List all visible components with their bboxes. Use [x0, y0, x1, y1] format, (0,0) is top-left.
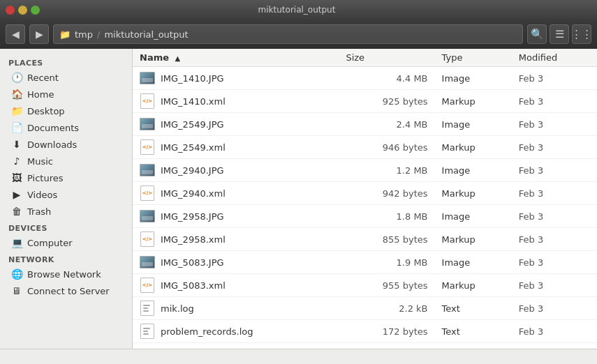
sidebar-item-desktop[interactable]: 📁 Desktop: [3, 103, 129, 119]
sidebar-label-trash: Trash: [27, 206, 51, 217]
table-row[interactable]: IMG_2549.xml 946 bytes Markup Feb 3: [133, 136, 597, 159]
table-row[interactable]: IMG_1410.JPG 4.4 MB Image Feb 3: [133, 67, 597, 90]
sidebar-item-recent[interactable]: 🕐 Recent: [3, 69, 129, 86]
sidebar-item-documents[interactable]: 📄 Documents: [3, 119, 129, 136]
col-type[interactable]: Type: [435, 49, 512, 67]
file-name: IMG_2549.xml: [161, 142, 226, 153]
breadcrumb-folder[interactable]: miktutorial_output: [104, 29, 188, 40]
file-name: IMG_5083.xml: [161, 280, 226, 291]
sidebar-label-documents: Documents: [27, 123, 79, 133]
cell-size: 2.2 kB: [339, 297, 434, 320]
cell-type: Markup: [435, 228, 512, 251]
music-icon: ♪: [11, 156, 22, 167]
cell-modified: Feb 3: [512, 113, 597, 136]
cell-name: IMG_5083.xml: [133, 274, 339, 297]
network-header: Network: [0, 251, 132, 266]
sidebar-item-downloads[interactable]: ⬇ Downloads: [3, 136, 129, 153]
cell-type: Markup: [435, 90, 512, 113]
file-name: IMG_2958.JPG: [161, 211, 224, 222]
cell-name: IMG_2940.xml: [133, 182, 339, 205]
back-button[interactable]: ◀: [6, 24, 25, 44]
pictures-icon: 🖼: [11, 172, 22, 183]
downloads-icon: ⬇: [11, 139, 22, 150]
cell-name: IMG_2958.xml: [133, 228, 339, 251]
cell-type: Markup: [435, 182, 512, 205]
search-icon: 🔍: [531, 28, 544, 40]
cell-size: 942 bytes: [339, 182, 434, 205]
sidebar-item-pictures[interactable]: 🖼 Pictures: [3, 169, 129, 186]
cell-modified: Feb 3: [512, 228, 597, 251]
sidebar-label-browse-network: Browse Network: [27, 269, 101, 280]
search-button[interactable]: 🔍: [527, 24, 547, 44]
sidebar-item-videos[interactable]: ▶ Videos: [3, 186, 129, 203]
cell-name: IMG_2549.JPG: [133, 113, 339, 136]
col-modified[interactable]: Modified: [512, 49, 597, 67]
cell-type: Markup: [435, 136, 512, 159]
documents-icon: 📄: [11, 122, 22, 133]
computer-icon: 💻: [11, 237, 22, 248]
browse-network-icon: 🌐: [11, 268, 22, 280]
cell-modified: Feb 3: [512, 136, 597, 159]
videos-icon: ▶: [11, 189, 22, 200]
main-area: Places 🕐 Recent 🏠 Home 📁 Desktop 📄 Docum…: [0, 49, 597, 349]
file-name: IMG_2958.xml: [161, 234, 226, 245]
sidebar-item-home[interactable]: 🏠 Home: [3, 86, 129, 103]
sidebar-item-connect-server[interactable]: 🖥 Connect to Server: [3, 282, 129, 299]
cell-modified: Feb 3: [512, 67, 597, 90]
minimize-button[interactable]: [18, 6, 27, 15]
cell-name: IMG_1410.xml: [133, 90, 339, 113]
table-row[interactable]: IMG_5083.JPG 1.9 MB Image Feb 3: [133, 251, 597, 274]
sidebar-label-downloads: Downloads: [27, 139, 77, 150]
table-row[interactable]: IMG_2940.JPG 1.2 MB Image Feb 3: [133, 159, 597, 182]
window-title: miktutorial_output: [44, 5, 550, 15]
sidebar-item-trash[interactable]: 🗑 Trash: [3, 203, 129, 220]
col-size[interactable]: Size: [339, 49, 434, 67]
cell-type: Text: [435, 320, 512, 343]
cell-modified: Feb 3: [512, 274, 597, 297]
cell-type: Image: [435, 205, 512, 228]
cell-name: IMG_1410.JPG: [133, 67, 339, 90]
trash-icon: 🗑: [11, 206, 22, 217]
table-row[interactable]: IMG_2958.xml 855 bytes Markup Feb 3: [133, 228, 597, 251]
table-row[interactable]: IMG_2958.JPG 1.8 MB Image Feb 3: [133, 205, 597, 228]
toolbar: ◀ ▶ 📁 tmp / miktutorial_output 🔍 ☰ ⋮⋮: [0, 20, 597, 49]
file-name: IMG_5083.JPG: [161, 257, 224, 268]
devices-header: Devices: [0, 220, 132, 234]
cell-modified: Feb 3: [512, 90, 597, 113]
cell-size: 172 bytes: [339, 320, 434, 343]
sidebar-item-computer[interactable]: 💻 Computer: [3, 234, 129, 251]
close-button[interactable]: [6, 6, 15, 15]
cell-type: Image: [435, 159, 512, 182]
file-name: problem_records.log: [161, 326, 253, 337]
cell-type: Markup: [435, 274, 512, 297]
file-name: IMG_1410.JPG: [161, 73, 224, 84]
cell-type: Image: [435, 251, 512, 274]
sidebar-label-recent: Recent: [27, 73, 59, 83]
cell-size: 1.9 MB: [339, 251, 434, 274]
location-icon: 📁: [59, 29, 71, 40]
cell-type: Image: [435, 113, 512, 136]
sidebar-item-music[interactable]: ♪ Music: [3, 153, 129, 169]
table-row[interactable]: IMG_2940.xml 942 bytes Markup Feb 3: [133, 182, 597, 205]
file-table: Name ▲ Size Type Modified: [133, 49, 597, 343]
location-bar[interactable]: 📁 tmp / miktutorial_output: [53, 24, 523, 44]
col-name[interactable]: Name ▲: [133, 49, 339, 67]
maximize-button[interactable]: [31, 6, 40, 15]
file-name: mik.log: [161, 303, 194, 314]
breadcrumb-tmp[interactable]: tmp: [75, 29, 93, 40]
table-row[interactable]: mik.log 2.2 kB Text Feb 3: [133, 297, 597, 320]
sidebar-item-browse-network[interactable]: 🌐 Browse Network: [3, 266, 129, 282]
file-name: IMG_2549.JPG: [161, 119, 224, 130]
cell-modified: Feb 3: [512, 320, 597, 343]
cell-modified: Feb 3: [512, 205, 597, 228]
forward-button[interactable]: ▶: [29, 24, 49, 44]
table-row[interactable]: IMG_5083.xml 955 bytes Markup Feb 3: [133, 274, 597, 297]
sidebar-label-videos: Videos: [27, 190, 57, 200]
desktop-icon: 📁: [11, 105, 22, 116]
table-row[interactable]: IMG_2549.JPG 2.4 MB Image Feb 3: [133, 113, 597, 136]
grid-button[interactable]: ⋮⋮: [572, 24, 591, 44]
cell-type: Text: [435, 297, 512, 320]
table-row[interactable]: problem_records.log 172 bytes Text Feb 3: [133, 320, 597, 343]
table-row[interactable]: IMG_1410.xml 925 bytes Markup Feb 3: [133, 90, 597, 113]
menu-button[interactable]: ☰: [550, 24, 569, 44]
